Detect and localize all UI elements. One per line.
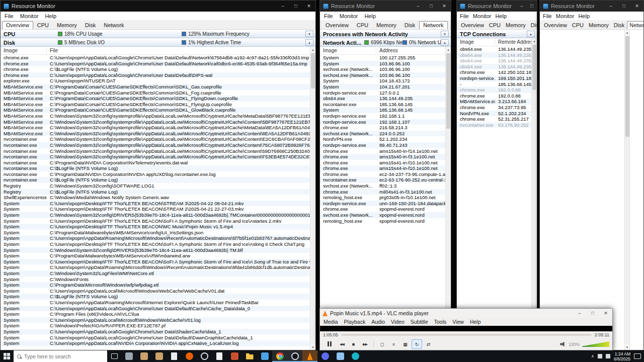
column-header-image[interactable]: Image: [320, 48, 376, 53]
cpu-section-header[interactable]: CPU 18% CPU Usage 129% Maximum Frequency…: [1, 30, 315, 38]
table-row[interactable]: SystemC:\Users\xpopm\AppData\Local\Googl…: [1, 335, 310, 341]
tab-cpu[interactable]: CPU: [33, 21, 53, 29]
seek-slider[interactable]: [341, 334, 592, 336]
table-row[interactable]: nordvpn-service.exeunn-169-150-201-184.d…: [320, 201, 445, 207]
table-row[interactable]: obs64.exe136.144.49.235: [320, 96, 445, 102]
scroll-up-icon[interactable]: ▲: [532, 38, 537, 44]
network-activity-section-header[interactable]: Network Acti... 6996 Kbps Netw... 0% Net…: [320, 38, 451, 47]
table-row[interactable]: svchost.exe (Network...103.86.96.100: [320, 66, 445, 72]
minimize-button[interactable]: –: [276, 1, 289, 12]
tab-cpu[interactable]: CPU: [487, 21, 503, 29]
tab-cpu[interactable]: CPU: [570, 21, 586, 29]
taskbar-app-chrome[interactable]: [272, 350, 287, 362]
table-row[interactable]: MBAMService.exeC:\ProgramData\Corsair\CU…: [1, 96, 310, 102]
table-row[interactable]: remoting_host.exeprg03s05-in-f10.1e100.n…: [320, 195, 445, 201]
minimize-button[interactable]: –: [517, 1, 527, 12]
tab-overview[interactable]: Overview: [541, 21, 570, 29]
menu-file[interactable]: File: [543, 13, 552, 19]
table-row[interactable]: MBAMService.exeC:\Windows\System32\confi…: [1, 113, 310, 119]
taskbar-app-firefox[interactable]: [182, 350, 197, 362]
tcp-connections-section-header[interactable]: TCP Connections ▲: [457, 30, 537, 38]
vertical-scrollbar[interactable]: ▲ ▼: [531, 38, 537, 350]
table-row[interactable]: nvcontainer.exeec2-63-176-90-252.eu-cent…: [320, 177, 445, 183]
scroll-up-icon[interactable]: ▲: [625, 30, 629, 35]
menu-help[interactable]: Help: [45, 13, 56, 19]
table-row[interactable]: nvcontainer.exeC:\ProgramData\NVIDIA Cor…: [1, 160, 310, 166]
table-row[interactable]: SystemC:\Users\xpopm\AppData\Local\Micro…: [1, 288, 310, 294]
tray-icon-2[interactable]: [606, 354, 610, 358]
scroll-up-icon[interactable]: ▲: [446, 47, 451, 52]
title-bar[interactable]: Resource Monitor – □: [457, 1, 537, 12]
title-bar[interactable]: Popin Music v1.5.mp4 - VLC media player …: [320, 309, 612, 318]
table-row[interactable]: System104.21.67.201: [320, 84, 445, 90]
menu-monitor[interactable]: Monitor: [340, 13, 358, 19]
tab-overview[interactable]: Overview: [458, 21, 487, 29]
expand-chevron-icon[interactable]: ▲: [305, 39, 313, 46]
menu-monitor[interactable]: Monitor: [556, 13, 575, 19]
vertical-scrollbar[interactable]: ▲ ▼: [310, 47, 315, 350]
table-row[interactable]: nvcontainer.exeC:\Windows\System32\confi…: [1, 142, 310, 148]
scroll-down-icon[interactable]: ▼: [625, 344, 629, 350]
table-row[interactable]: nvcontainer.exeC:\Windows\System32\confi…: [1, 154, 310, 160]
stop-button[interactable]: ■: [348, 339, 359, 349]
table-row[interactable]: nordvpn-service.exe192.168.1.1: [320, 113, 445, 119]
taskbar-app-photos[interactable]: [257, 350, 272, 362]
collapse-chevron-icon[interactable]: ▼: [305, 31, 313, 37]
playlist-button[interactable]: ▦: [400, 339, 411, 349]
disk-section-header[interactable]: Disk 5 MB/sec Disk I/O 1% Highest Active…: [1, 38, 315, 47]
column-header-file[interactable]: File: [47, 48, 315, 53]
maximize-button[interactable]: □: [527, 1, 537, 12]
column-header-address[interactable]: Address: [376, 48, 451, 53]
taskbar-app-app-grid[interactable]: [121, 350, 136, 362]
scrollbar-thumb[interactable]: [625, 36, 629, 137]
menu-help[interactable]: Help: [495, 13, 507, 19]
search-input[interactable]: [24, 353, 95, 359]
taskbar-app-database[interactable]: [136, 350, 151, 362]
table-row[interactable]: chrome.exeC:\Users\xpopm\AppData\Local\G…: [1, 61, 310, 67]
table-row[interactable]: nordvpn-service.exe89.40.71.243: [320, 142, 445, 148]
table-row[interactable]: System100.127.255.255: [320, 55, 445, 61]
table-row[interactable]: remoting_host.exexpopmd-everest.nord: [320, 218, 445, 224]
table-row[interactable]: SystemC:\Windows\System32\config\DRIVERS…: [1, 212, 310, 218]
random-button[interactable]: ⇄: [423, 339, 434, 349]
table-row[interactable]: ShellExperienceHost.exeC:\Windows\Media\…: [1, 195, 310, 201]
expand-chevron-icon[interactable]: ▲: [441, 39, 449, 46]
table-row[interactable]: SystemC:\Users\xpopm\Desktop\FTF Thor\LE…: [1, 201, 310, 207]
tab-network[interactable]: Network: [100, 21, 128, 29]
table-row[interactable]: SystemC:\Users\xpopm\Desktop\FTF Thor\LE…: [1, 218, 310, 224]
menu-video[interactable]: Video: [391, 319, 405, 325]
table-row[interactable]: chrome.exe34.237.73.95: [457, 105, 531, 111]
scrollbar-thumb[interactable]: [311, 53, 315, 88]
maximize-button[interactable]: □: [617, 1, 630, 12]
table-row[interactable]: SystemC:\Users\xpopm\AppData\Local\Micro…: [1, 317, 310, 323]
menu-help[interactable]: Help: [364, 13, 376, 19]
table-row[interactable]: svchost.exe (Network...103.86.96.100: [320, 72, 445, 78]
menu-monitor[interactable]: Monitor: [20, 13, 39, 19]
taskbar-app-obs-studio[interactable]: [197, 350, 212, 362]
table-row[interactable]: MBAMService.exeC:\Windows\System32\confi…: [1, 125, 310, 131]
tab-memory[interactable]: Memory: [372, 21, 400, 29]
table-row[interactable]: chrome.exeC:\Users\xpopm\AppData\Local\G…: [1, 55, 310, 61]
close-button[interactable]: ✕: [302, 1, 315, 12]
table-row[interactable]: chrome.exeC:\$LogFile (NTFS Volume Log): [1, 66, 310, 72]
table-row[interactable]: chrome.exemil04s41-in-f3.1e100.net: [320, 189, 445, 195]
close-button[interactable]: ✕: [630, 1, 643, 12]
vertical-scrollbar[interactable]: ▲ ▼: [624, 30, 630, 350]
collapse-chevron-icon[interactable]: ▼: [441, 31, 449, 37]
table-row[interactable]: svchost.exe (Network...ff02::1:3: [320, 183, 445, 189]
task-view-button[interactable]: [107, 350, 121, 362]
start-button[interactable]: [0, 350, 14, 362]
table-row[interactable]: SystemC:\Windows\Fonts: [1, 277, 310, 283]
title-bar[interactable]: Resource Monitor – □ ✕: [320, 1, 451, 12]
video-area[interactable]: [320, 326, 612, 331]
tab-network[interactable]: Network: [627, 21, 643, 29]
taskbar-app-vlc[interactable]: [302, 350, 317, 362]
menu-view[interactable]: View: [452, 319, 464, 325]
table-row[interactable]: explorer.exeC:\Users\xpopm\NTUSER.DAT: [1, 78, 310, 84]
table-row[interactable]: MBAMService.exe3.213.66.184: [457, 99, 531, 105]
table-row[interactable]: SystemC:\Users\xpopm\Desktop\FTF Thor\LE…: [1, 241, 310, 247]
taskbar-app-paint[interactable]: [333, 350, 348, 362]
table-row[interactable]: obs64.exe136.144.49.235: [457, 64, 531, 70]
tab-overview[interactable]: Overview: [2, 21, 33, 29]
taskbar-app-notepad[interactable]: [167, 350, 182, 362]
